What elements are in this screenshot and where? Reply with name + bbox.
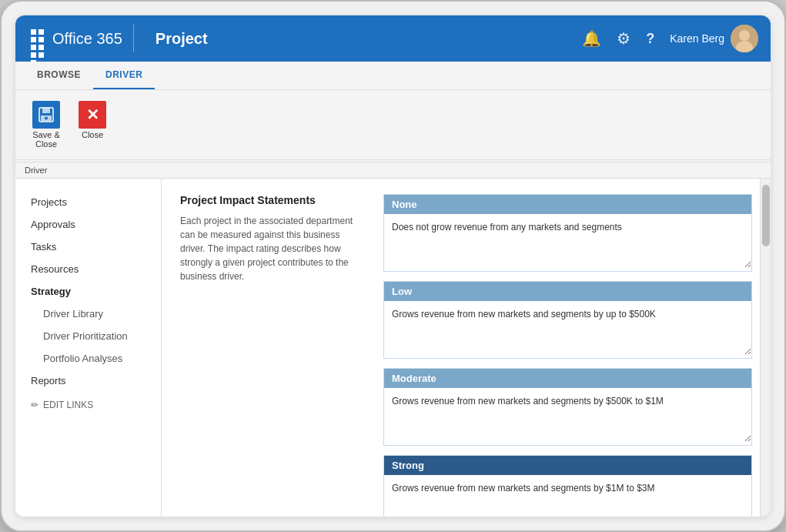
- tab-browse[interactable]: BROWSE: [25, 62, 93, 89]
- impact-level-moderate: Moderate Grows revenue from new markets …: [383, 368, 752, 446]
- sidebar-item-resources[interactable]: Resources: [15, 258, 161, 280]
- impact-level-moderate-header: Moderate: [384, 369, 751, 388]
- scrollbar-track[interactable]: [760, 179, 771, 517]
- app-suite-label: Office 365: [52, 30, 122, 48]
- sidebar-item-projects[interactable]: Projects: [15, 191, 161, 213]
- pencil-icon: ✏: [31, 400, 38, 410]
- impact-level-low-header: Low: [384, 282, 751, 301]
- save-close-button[interactable]: Save & Close: [25, 96, 68, 153]
- sidebar-item-reports[interactable]: Reports: [15, 370, 161, 392]
- impact-level-low-text[interactable]: Grows revenue from new markets and segme…: [384, 301, 751, 355]
- main-content: Projects Approvals Tasks Resources Strat…: [15, 179, 771, 517]
- waffle-icon[interactable]: [28, 26, 52, 51]
- tablet-frame: Office 365 Project 🔔 ⚙ ? Karen Berg: [0, 0, 786, 532]
- impact-description: Project Impact Statements Each project i…: [180, 194, 365, 517]
- impact-level-low: Low Grows revenue from new markets and s…: [383, 281, 752, 359]
- sidebar-item-portfolio-analyses[interactable]: Portfolio Analyses: [15, 347, 161, 370]
- edit-links-label: EDIT LINKS: [43, 400, 93, 410]
- app-name-label: Project: [156, 30, 208, 48]
- impact-level-strong: Strong Grows revenue from new markets an…: [383, 455, 752, 517]
- svg-point-1: [739, 30, 750, 41]
- edit-links-button[interactable]: ✏ EDIT LINKS: [15, 392, 161, 418]
- impact-level-none: None Does not grow revenue from any mark…: [383, 194, 752, 272]
- tab-driver[interactable]: DRIVER: [93, 62, 155, 89]
- tabs-bar: BROWSE DRIVER: [15, 62, 771, 90]
- svg-rect-4: [42, 108, 50, 113]
- avatar: [731, 25, 758, 52]
- sidebar-item-strategy[interactable]: Strategy: [15, 280, 161, 303]
- close-icon: ✕: [79, 101, 106, 129]
- topbar-icons: 🔔 ⚙ ? Karen Berg: [582, 25, 758, 52]
- impact-section-title: Project Impact Statements: [180, 194, 365, 206]
- right-panel: Project Impact Statements Each project i…: [162, 179, 771, 517]
- topbar: Office 365 Project 🔔 ⚙ ? Karen Berg: [15, 15, 771, 62]
- impact-section-desc: Each project in the associated departmen…: [180, 214, 365, 283]
- impact-level-strong-header: Strong: [384, 456, 751, 475]
- scrollbar-thumb: [762, 185, 770, 246]
- gear-icon[interactable]: ⚙: [617, 29, 630, 48]
- sidebar-item-approvals[interactable]: Approvals: [15, 213, 161, 236]
- impact-level-moderate-text[interactable]: Grows revenue from new markets and segme…: [384, 388, 751, 442]
- toolbar: Save & Close ✕ Close: [15, 90, 771, 160]
- close-label: Close: [82, 130, 103, 139]
- impact-level-none-header: None: [384, 195, 751, 214]
- user-name-label: Karen Berg: [670, 32, 724, 45]
- impact-section: Project Impact Statements Each project i…: [180, 194, 752, 517]
- sidebar-item-driver-library[interactable]: Driver Library: [15, 303, 161, 325]
- help-icon[interactable]: ?: [646, 31, 654, 47]
- impact-levels: None Does not grow revenue from any mark…: [383, 194, 752, 517]
- toolbar-area: Save & Close ✕ Close Driver: [15, 90, 771, 179]
- topbar-divider: [133, 25, 134, 52]
- impact-level-strong-text[interactable]: Grows revenue from new markets and segme…: [384, 475, 751, 517]
- app-window: Office 365 Project 🔔 ⚙ ? Karen Berg: [15, 15, 771, 517]
- sidebar-item-driver-prioritization[interactable]: Driver Prioritization: [15, 325, 161, 347]
- user-menu[interactable]: Karen Berg: [670, 25, 758, 52]
- save-close-label: Save & Close: [32, 130, 59, 149]
- close-button[interactable]: ✕ Close: [71, 96, 114, 144]
- bell-icon[interactable]: 🔔: [582, 29, 601, 48]
- sidebar-item-tasks[interactable]: Tasks: [15, 236, 161, 258]
- svg-point-6: [45, 117, 48, 120]
- save-icon: [32, 101, 60, 129]
- sidebar: Projects Approvals Tasks Resources Strat…: [15, 179, 162, 517]
- impact-level-none-text[interactable]: Does not grow revenue from any markets a…: [384, 214, 751, 268]
- ribbon-group-label: Driver: [15, 162, 771, 178]
